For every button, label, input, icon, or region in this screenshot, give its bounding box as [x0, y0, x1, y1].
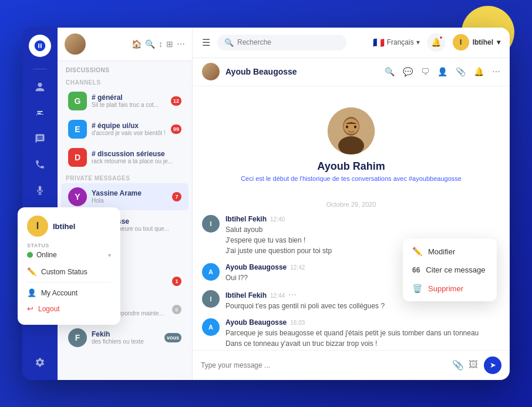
profile-avatar-large [328, 107, 375, 154]
channel-item-discussion[interactable]: D # discussion sérieuse rack retourne a … [61, 144, 188, 171]
person-icon[interactable]: 👤 [437, 67, 447, 76]
status-section-label: STATUS [27, 243, 111, 248]
top-header: ☰ 🔍 🇫🇷 Français ▾ 🔔 I Ibtihel ▾ [193, 28, 510, 58]
channel-badge-equipe: 99 [171, 125, 181, 134]
context-item-delete[interactable]: 🗑️ Supprimer [403, 279, 497, 298]
more-icon[interactable]: ⋯ [177, 39, 185, 49]
logout-item[interactable]: ↩ Logout [27, 301, 111, 317]
account-icon: 👤 [27, 288, 36, 297]
hamburger-icon[interactable]: ☰ [202, 37, 210, 48]
status-label: Online [36, 251, 57, 259]
profile-name: Ayoub Rahim [317, 160, 385, 173]
chat-profile-intro: Ayoub Rahim Ceci est le début de l'histo… [202, 96, 500, 194]
popup-username: Ibtihel [53, 222, 75, 231]
pm-avatar-yassine: Y [68, 187, 87, 206]
user-chip[interactable]: I Ibtihel ▾ [453, 34, 500, 51]
svg-point-3 [344, 119, 359, 134]
status-row[interactable]: Online ▾ [27, 251, 111, 259]
bubble-icon[interactable]: 🗨 [421, 67, 429, 76]
channel-item-fekih[interactable]: F Fekih des fichiers ou texte vous [61, 324, 188, 351]
sidebar-icon-settings[interactable] [29, 352, 50, 373]
chat-input[interactable] [201, 361, 446, 369]
status-chevron: ▾ [108, 252, 111, 258]
icon-sidebar [22, 28, 58, 380]
msg-text-4-1: Dans ce tonneau y'avait un truc bizzar t… [225, 338, 500, 349]
context-item-cite[interactable]: 66 Citer ce message [403, 261, 497, 279]
cite-label: Citer ce message [426, 265, 485, 274]
msg-content-4: Ayoub Beaugosse 16:03 Parceque je suis b… [225, 318, 500, 349]
msg-avatar-1: I [202, 215, 220, 233]
channel-item-equipe[interactable]: E # équipe ui/ux d'accord je vais voir b… [61, 116, 188, 143]
my-account-item[interactable]: 👤 My Account [27, 285, 111, 301]
pencil-icon: ✏️ [27, 267, 36, 276]
discussions-title: DISCUSSIONS [58, 61, 192, 76]
delete-icon: 🗑️ [412, 284, 422, 293]
search-bar[interactable]: 🔍 [217, 35, 346, 51]
channel-avatar-general: G [68, 92, 87, 110]
send-button[interactable]: ➤ [484, 356, 501, 374]
sidebar-icon-chat[interactable] [29, 102, 50, 123]
search-icon[interactable]: 🔍 [145, 39, 155, 49]
channel-item-yassine[interactable]: Y Yassine Arame Hola 7 [61, 183, 188, 210]
msg-avatar-3: I [202, 290, 220, 308]
channel-info-fekih: Fekih des fichiers ou texte [92, 330, 160, 345]
channel-preview-yassine: Hola [92, 197, 167, 204]
msg-header-1: Ibtihel Fekih 12:40 [225, 215, 500, 223]
msg-time-1: 12:40 [270, 216, 285, 223]
custom-status-item[interactable]: ✏️ Custom Status [27, 264, 111, 280]
chat-icon[interactable]: 💬 [403, 67, 413, 76]
channel-badge-daouare: c [172, 305, 181, 314]
sidebar-bottom [29, 352, 50, 373]
channel-badge-pouch: 1 [172, 277, 181, 286]
context-menu: ✏️ Modifier 66 Citer ce message 🗑️ Suppr… [403, 238, 497, 301]
link-icon[interactable]: 📎 [456, 67, 466, 76]
sidebar-icon-person[interactable] [29, 76, 50, 97]
msg-text-4-0: Parceque je suis beaugosse et quand j'ét… [225, 328, 500, 338]
msg-sender-2: Ayoub Beaugosse [225, 263, 287, 271]
language-selector[interactable]: 🇫🇷 Français ▾ [373, 37, 420, 48]
profile-username-link[interactable]: #ayoubbeaugosse [409, 175, 462, 182]
my-account-label: My Account [41, 289, 78, 297]
pm-avatar-fekih: F [68, 328, 87, 347]
message-group-4: A Ayoub Beaugosse 16:03 Parceque je suis… [202, 318, 500, 349]
edit-icon: ✏️ [412, 247, 422, 256]
msg-sender-1: Ibtihel Fekih [225, 215, 267, 223]
search-icon: 🔍 [224, 38, 234, 47]
msg-time-3: 12:44 [270, 292, 285, 299]
search-icon[interactable]: 🔍 [385, 67, 395, 76]
svg-point-5 [354, 125, 356, 128]
layout-icon[interactable]: ⊞ [166, 39, 173, 49]
popup-avatar: I [27, 216, 48, 237]
more-icon[interactable]: ⋯ [492, 67, 500, 76]
sidebar-icon-bubble[interactable] [29, 128, 50, 149]
attachment-icon[interactable]: 📎 [452, 359, 464, 371]
channel-name-discussion: # discussion sérieuse [92, 150, 181, 158]
image-icon[interactable]: 🖼 [469, 359, 478, 371]
channel-info-equipe: # équipe ui/ux d'accord je vais voir bie… [92, 122, 166, 136]
chat-header-actions: 🔍 💬 🗨 👤 📎 🔔 ⋯ [385, 67, 500, 76]
lang-flag: 🇫🇷 [373, 37, 385, 48]
sidebar-icon-phone[interactable] [29, 154, 50, 175]
channel-info-general: # général Sil te plait fais truc a cot..… [92, 93, 166, 108]
sort-icon[interactable]: ↕ [159, 39, 163, 49]
msg-more-icon[interactable]: ⋯ [288, 290, 297, 300]
sidebar-icon-mic[interactable] [29, 180, 50, 201]
search-input[interactable] [237, 38, 339, 46]
channel-name-general: # général [92, 93, 166, 102]
channel-info-discussion: # discussion sérieuse rack retourne a ta… [92, 150, 181, 164]
logout-label: Logout [38, 305, 60, 313]
bell-icon[interactable]: 🔔 [474, 67, 484, 76]
channel-item-general[interactable]: G # général Sil te plait fais truc a cot… [61, 88, 188, 115]
panel-header-avatar [65, 33, 86, 55]
channel-panel-header: 🏠 🔍 ↕ ⊞ ⋯ [58, 28, 192, 61]
channel-preview-general: Sil te plait fais truc a cot... [92, 102, 166, 108]
home-icon[interactable]: 🏠 [132, 39, 142, 49]
context-item-edit[interactable]: ✏️ Modifier [403, 242, 497, 261]
notification-bell[interactable]: 🔔 [427, 33, 446, 52]
msg-avatar-2: A [202, 263, 220, 281]
custom-status-label: Custom Status [41, 268, 87, 276]
msg-sender-4: Ayoub Beaugosse [225, 318, 287, 327]
notification-dot [439, 35, 443, 40]
channel-avatar-equipe: E [68, 120, 87, 139]
channel-preview-discussion: rack retourne a ta place ou je... [92, 158, 181, 164]
